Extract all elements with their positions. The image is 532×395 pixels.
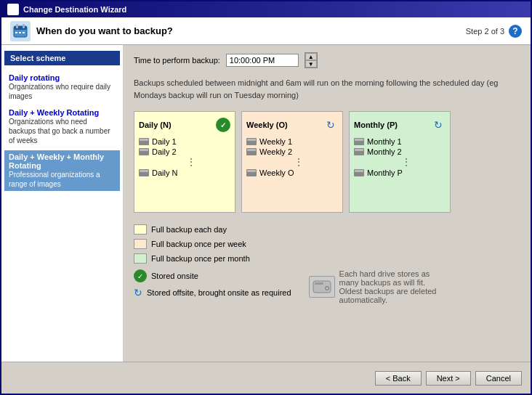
weekly-item-2-label: Weekly 2 [259,147,292,156]
next-button[interactable]: Next > [426,371,471,386]
weekly-item-o-label: Weekly O [259,168,294,177]
legend-section: Full backup each day Full backup once pe… [134,224,520,304]
cancel-button[interactable]: Cancel [475,371,522,386]
main-area: Time to perform backup: ▲ ▼ Backups sche… [124,45,531,362]
window-title: Change Destination Wizard [23,5,126,14]
time-up-button[interactable]: ▲ [305,53,317,60]
hdd-svg [312,279,332,295]
scheme-monthly-item-p: Monthly P [354,168,446,178]
hard-drive-icon [309,276,335,298]
sidebar-item-title-daily: Daily rotating [9,73,116,82]
legend-box-weekly [134,239,147,249]
sidebar-item-desc-daily: Organizations who require daily images [9,82,116,101]
scheme-weekly-item-o: Weekly O [246,168,338,178]
scheme-box-monthly-header: Monthly (P) ↻ [354,118,446,132]
legend-daily: Full backup each day [134,224,520,235]
scheme-daily-item-1: Daily 1 [139,137,230,147]
daily-item-n-label: Daily N [152,168,177,177]
offsite-icon: ↻ [134,287,142,298]
disk-icon-dn [139,169,149,176]
legend-onsite-item: ✓ Stored onsite [134,269,291,282]
scheme-box-daily-title: Daily (N) [139,121,172,129]
window-icon [7,4,19,15]
sidebar-item-title-all: Daily + Weekly + Monthly Rotating [9,152,116,170]
sidebar-item-daily-weekly[interactable]: Daily + Weekly Rotating Organizations wh… [4,106,120,147]
onsite-icon: ✓ [134,269,147,282]
monthly-dots: ⋮ [354,157,446,168]
scheme-box-weekly: Weekly (O) ↻ Weekly 1 Weekly 2 ⋮ Week [241,111,343,213]
svg-rect-5 [19,32,21,33]
svg-rect-3 [23,24,25,28]
offsite-indicator-weekly: ↻ [323,118,338,132]
legend-daily-label: Full backup each day [151,225,227,234]
legend-color-items: Full backup each day Full backup once pe… [134,224,520,264]
scheme-daily-item-n: Daily N [139,168,230,178]
legend-monthly: Full backup once per month [134,253,520,264]
scheme-box-monthly: Monthly (P) ↻ Monthly 1 Monthly 2 ⋮ M [349,111,451,213]
scheme-box-weekly-header: Weekly (O) ↻ [246,118,338,132]
disk-icon-d2 [139,148,149,155]
daily-item-2-label: Daily 2 [152,147,177,156]
monthly-item-p-label: Monthly P [367,168,403,177]
svg-rect-1 [14,26,27,30]
legend-note: Each hard drive stores as many backups a… [309,269,440,304]
main-window: Change Destination Wizard When do you wa… [0,0,532,395]
scheme-weekly-item-1: Weekly 1 [246,137,338,147]
info-text: Backups scheduled between midnight and 6… [134,77,520,101]
step-bar-left: When do you want to backup? [10,21,173,41]
time-spinner: ▲ ▼ [305,52,318,68]
sidebar-item-daily-rotating[interactable]: Daily rotating Organizations who require… [4,71,120,103]
step-title: When do you want to backup? [36,25,173,36]
scheme-boxes: Daily (N) ✓ Daily 1 Daily 2 ⋮ Daily N [134,111,520,213]
sidebar-item-daily-weekly-monthly[interactable]: Daily + Weekly + Monthly Rotating Profes… [4,150,120,191]
time-row: Time to perform backup: ▲ ▼ [134,52,520,68]
weekly-dots: ⋮ [246,157,338,168]
legend-box-daily [134,224,147,235]
step-label: Step 2 of 3 [466,27,504,36]
svg-rect-2 [16,24,18,28]
scheme-box-monthly-title: Monthly (P) [354,121,398,129]
help-button[interactable]: ? [509,25,522,38]
svg-rect-6 [23,32,25,33]
disk-icon-wo [246,169,257,176]
title-bar: Change Destination Wizard [1,1,531,17]
monthly-item-1-label: Monthly 1 [367,137,402,146]
calendar-icon [12,23,28,39]
disk-icon-m2 [354,148,364,155]
onsite-indicator-daily: ✓ [216,118,230,132]
legend-weekly: Full backup once per week [134,239,520,249]
stored-onsite-label: Stored onsite [151,272,198,280]
scheme-monthly-item-2: Monthly 2 [354,147,446,157]
scheme-daily-item-2: Daily 2 [139,147,230,157]
legend-monthly-label: Full backup once per month [151,254,250,263]
svg-rect-8 [315,282,323,285]
disk-icon-w1 [246,138,257,145]
sidebar-item-desc-all: Professional organizations a range of im… [9,170,116,189]
scheme-box-daily: Daily (N) ✓ Daily 1 Daily 2 ⋮ Daily N [134,111,235,213]
weekly-item-1-label: Weekly 1 [259,137,292,146]
daily-dots: ⋮ [139,157,230,168]
legend-weekly-label: Full backup once per week [151,240,246,248]
legend-box-monthly [134,253,147,264]
daily-item-1-label: Daily 1 [152,137,177,146]
monthly-item-2-label: Monthly 2 [367,147,402,156]
step-info: Step 2 of 3 ? [466,25,522,38]
scheme-box-weekly-title: Weekly (O) [246,121,288,129]
svg-rect-4 [15,32,17,33]
offsite-indicator-monthly: ↻ [431,118,446,132]
legend-stored-section: ✓ Stored onsite ↻ Stored offsite, brough… [134,269,291,298]
stored-offsite-label: Stored offsite, brought onsite as requir… [147,288,291,297]
legend-note-text: Each hard drive stores as many backups a… [339,269,440,304]
svg-point-10 [326,288,328,290]
scheme-monthly-item-1: Monthly 1 [354,137,446,147]
step-icon [10,21,31,41]
time-label: Time to perform backup: [134,56,220,65]
time-down-button[interactable]: ▼ [305,60,317,68]
back-button[interactable]: < Back [375,371,422,386]
legend-bottom: ✓ Stored onsite ↻ Stored offsite, brough… [134,269,520,304]
scheme-weekly-item-2: Weekly 2 [246,147,338,157]
disk-icon-d1 [139,138,149,145]
sidebar-title: Select scheme [4,51,120,65]
time-input[interactable] [226,54,299,67]
sidebar-item-desc-daily-weekly: Organizations who need backups that go b… [9,117,116,145]
